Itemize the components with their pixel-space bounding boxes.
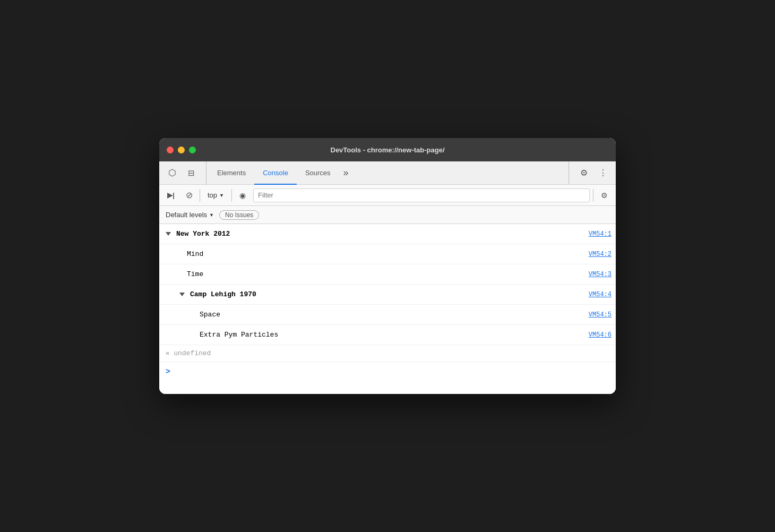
row-content: Space xyxy=(200,311,589,319)
console-row: Camp Lehigh 1970 VM54:4 xyxy=(159,285,616,305)
row-text: New York 2012 xyxy=(176,230,230,238)
gear-icon xyxy=(580,168,588,178)
row-link[interactable]: VM54:1 xyxy=(589,230,612,238)
cursor-icon-button[interactable]: ⬡ xyxy=(163,165,180,182)
row-text: Extra Pym Particles xyxy=(200,331,278,339)
more-tabs-button[interactable]: » xyxy=(339,161,353,184)
layers-icon: ⊟ xyxy=(188,169,195,177)
toolbar-icons: ⬡ ⊟ xyxy=(163,161,206,184)
return-icon: « xyxy=(166,350,169,357)
eye-button[interactable]: ◉ xyxy=(235,188,250,203)
row-text: Camp Lehigh 1970 xyxy=(190,290,256,298)
window-title: DevTools - chrome://new-tab-page/ xyxy=(330,146,444,154)
row-link[interactable]: VM54:5 xyxy=(589,311,612,319)
minimize-button[interactable] xyxy=(178,147,185,153)
expand-icon[interactable] xyxy=(166,232,171,236)
row-text: Mind xyxy=(187,250,203,258)
console-row: New York 2012 VM54:1 xyxy=(159,224,616,244)
more-options-button[interactable] xyxy=(595,165,612,182)
devtools-window: DevTools - chrome://new-tab-page/ ⬡ ⊟ El… xyxy=(159,138,616,394)
eye-icon: ◉ xyxy=(239,191,246,200)
no-issues-badge[interactable]: No Issues xyxy=(219,210,259,220)
console-row: Space VM54:5 xyxy=(159,305,616,325)
context-selector[interactable]: top ▼ xyxy=(203,190,228,200)
maximize-button[interactable] xyxy=(189,147,196,153)
settings-button[interactable] xyxy=(575,165,592,182)
row-content: Time xyxy=(187,270,589,278)
sidebar-icon: ▶| xyxy=(167,191,175,199)
console-row: Time VM54:3 xyxy=(159,264,616,285)
console-toolbar: ▶| ⊘ top ▼ ◉ xyxy=(159,185,616,206)
expand-icon[interactable] xyxy=(179,293,185,296)
console-gear-icon xyxy=(601,191,608,200)
toolbar-divider-3 xyxy=(593,189,593,202)
show-sidebar-button[interactable]: ▶| xyxy=(163,188,178,203)
console-row: Extra Pym Particles VM54:6 xyxy=(159,325,616,345)
context-label: top xyxy=(208,191,217,199)
row-content: Camp Lehigh 1970 xyxy=(179,290,589,298)
console-row: Mind VM54:2 xyxy=(159,244,616,264)
tab-sources[interactable]: Sources xyxy=(297,162,339,185)
more-icon xyxy=(599,168,607,178)
default-levels-button[interactable]: Default levels ▼ xyxy=(166,211,214,219)
context-chevron-icon: ▼ xyxy=(219,193,224,198)
toolbar-divider-1 xyxy=(200,189,200,202)
console-prompt[interactable]: > xyxy=(159,362,616,380)
levels-toolbar: Default levels ▼ No Issues xyxy=(159,206,616,224)
traffic-lights xyxy=(167,147,196,153)
console-content: New York 2012 VM54:1 Mind VM54:2 Time VM… xyxy=(159,224,616,394)
tabs-list: Elements Console Sources » xyxy=(209,161,566,184)
row-content: Extra Pym Particles xyxy=(200,331,589,339)
row-link[interactable]: VM54:2 xyxy=(589,251,612,258)
clear-console-button[interactable]: ⊘ xyxy=(182,188,196,203)
row-content: Mind xyxy=(187,250,589,258)
title-bar: DevTools - chrome://new-tab-page/ xyxy=(159,138,616,161)
row-link[interactable]: VM54:4 xyxy=(589,291,612,298)
row-text: Space xyxy=(200,311,220,319)
console-settings-button[interactable] xyxy=(597,188,612,203)
undefined-value: undefined xyxy=(174,349,211,357)
default-levels-label: Default levels xyxy=(166,211,207,219)
tab-console[interactable]: Console xyxy=(254,162,297,185)
cursor-icon: ⬡ xyxy=(168,167,176,178)
filter-input[interactable] xyxy=(253,188,590,202)
levels-chevron-icon: ▼ xyxy=(209,212,214,218)
inspect-icon-button[interactable]: ⊟ xyxy=(183,165,200,182)
row-content: New York 2012 xyxy=(166,230,589,238)
row-link[interactable]: VM54:3 xyxy=(589,271,612,278)
block-icon: ⊘ xyxy=(186,190,193,200)
prompt-chevron-icon: > xyxy=(166,366,170,375)
devtools-tab-bar: ⬡ ⊟ Elements Console Sources » xyxy=(159,161,616,185)
row-text: Time xyxy=(187,270,203,278)
undefined-row: « undefined xyxy=(159,345,616,362)
close-button[interactable] xyxy=(167,147,174,153)
tab-elements[interactable]: Elements xyxy=(209,162,254,185)
right-icons xyxy=(569,161,612,184)
toolbar-divider-2 xyxy=(231,189,232,202)
row-link[interactable]: VM54:6 xyxy=(589,331,612,339)
